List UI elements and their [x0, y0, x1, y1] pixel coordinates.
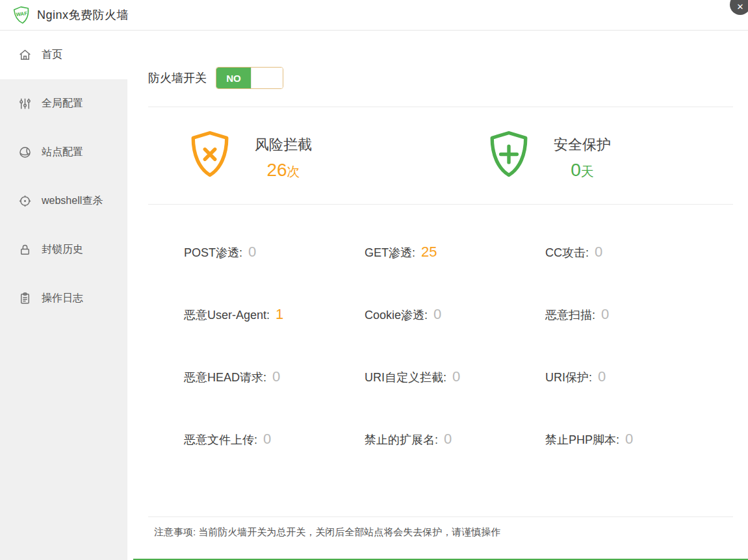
- sidebar-item-global-config[interactable]: 全局配置: [0, 79, 127, 128]
- stat-uri-custom: URI自定义拦截:0: [365, 368, 545, 385]
- stat-get: GET渗透:25: [365, 244, 545, 261]
- risk-block-card: 风险拦截 26次: [148, 130, 441, 180]
- sidebar-item-operation-log[interactable]: 操作日志: [0, 274, 127, 323]
- stat-php: 禁止PHP脚本:0: [545, 431, 726, 448]
- divider: [148, 204, 733, 205]
- target-icon: [18, 194, 32, 208]
- notice-text: 注意事项: 当前防火墙开关为总开关，关闭后全部站点将会失去保护，请谨慎操作: [148, 526, 733, 539]
- globe-icon: [18, 146, 32, 159]
- sidebar: 首页 全局配置 站点配置 webshell查杀: [0, 31, 127, 560]
- sidebar-item-label: 封锁历史: [42, 243, 83, 257]
- sidebar-item-webshell-scan[interactable]: webshell查杀: [0, 177, 127, 225]
- sidebar-item-block-history[interactable]: 封锁历史: [0, 225, 127, 274]
- stat-cookie: Cookie渗透:0: [365, 306, 545, 323]
- lock-icon: [18, 243, 32, 257]
- sidebar-item-home[interactable]: 首页: [0, 31, 127, 79]
- card-value: 0天: [554, 160, 611, 181]
- sidebar-item-site-config[interactable]: 站点配置: [0, 128, 127, 177]
- sliders-icon: [18, 97, 32, 110]
- sidebar-item-label: webshell查杀: [42, 194, 103, 208]
- summary-cards: 风险拦截 26次 安全保护 0天: [148, 107, 733, 180]
- waf-logo-icon: WAF: [12, 5, 32, 25]
- home-icon: [18, 48, 32, 62]
- card-value: 26次: [255, 160, 312, 181]
- stat-scan: 恶意扫描:0: [545, 306, 726, 323]
- svg-text:WAF: WAF: [16, 10, 27, 18]
- firewall-switch-row: 防火墙开关 NO: [148, 67, 733, 89]
- firewall-toggle-state: NO: [216, 68, 251, 88]
- sidebar-item-label: 首页: [42, 48, 62, 62]
- stat-post: POST渗透:0: [184, 244, 365, 261]
- attack-stats-grid: POST渗透:0 GET渗透:25 CC攻击:0 恶意User-Agent:1 …: [148, 244, 733, 448]
- main-content: 防火墙开关 NO 风险拦截 26次: [127, 31, 748, 560]
- firewall-switch-label: 防火墙开关: [148, 70, 207, 86]
- sidebar-item-label: 全局配置: [42, 97, 83, 110]
- firewall-toggle-handle[interactable]: [251, 68, 283, 88]
- stat-user-agent: 恶意User-Agent:1: [184, 306, 365, 323]
- card-title: 安全保护: [554, 135, 611, 155]
- stat-cc: CC攻击:0: [545, 244, 726, 261]
- sidebar-item-label: 站点配置: [42, 146, 83, 159]
- close-icon: ✕: [737, 2, 744, 12]
- stat-head: 恶意HEAD请求:0: [184, 368, 365, 385]
- log-icon: [18, 292, 32, 305]
- sidebar-item-label: 操作日志: [42, 292, 83, 305]
- divider: [148, 516, 733, 517]
- shield-plus-icon: [487, 130, 530, 181]
- firewall-toggle[interactable]: NO: [216, 67, 283, 89]
- app-header: WAF Nginx免费防火墙: [0, 0, 748, 31]
- stat-ext: 禁止的扩展名:0: [365, 431, 545, 448]
- card-title: 风险拦截: [255, 135, 312, 155]
- app-title: Nginx免费防火墙: [37, 7, 129, 23]
- protection-card: 安全保护 0天: [441, 130, 733, 180]
- stat-uri-protect: URI保护:0: [545, 368, 726, 385]
- shield-x-icon: [188, 130, 231, 181]
- stat-upload: 恶意文件上传:0: [184, 431, 365, 448]
